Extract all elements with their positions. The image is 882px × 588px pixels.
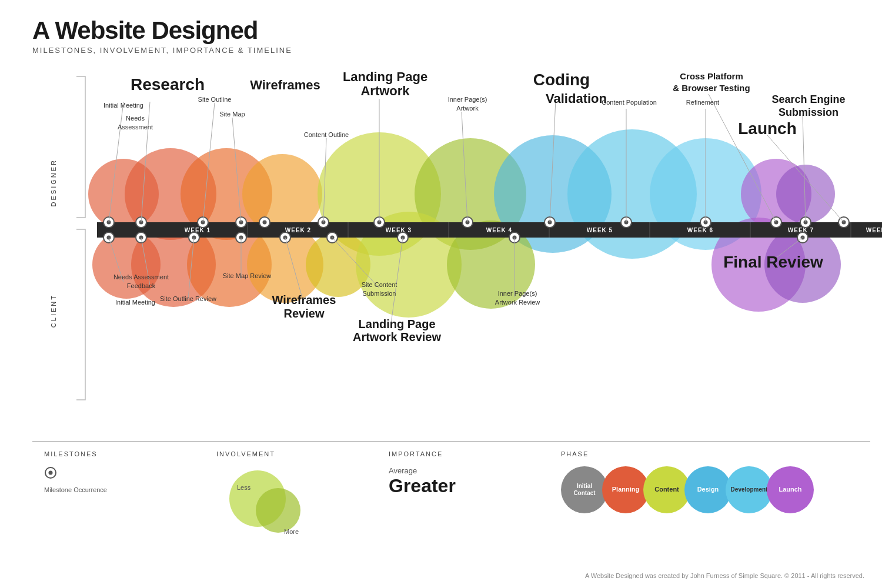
svg-text:Site Outline Review: Site Outline Review xyxy=(160,295,216,302)
legend-involvement: INVOLVEMENT Less More xyxy=(205,441,377,559)
svg-text:Validation: Validation xyxy=(546,91,607,106)
svg-text:Wireframes: Wireframes xyxy=(250,78,320,92)
phase-launch: Launch xyxy=(767,466,814,513)
milestone-occurrence-label: Milestone Occurrence xyxy=(44,486,193,493)
importance-greater: Greater xyxy=(389,475,537,497)
svg-text:Content Population: Content Population xyxy=(602,99,657,106)
legend-involvement-title: INVOLVEMENT xyxy=(216,450,365,457)
svg-text:More: More xyxy=(284,528,299,535)
svg-text:WEEK 8: WEEK 8 xyxy=(866,227,882,233)
legend-importance: IMPORTANCE Average Greater xyxy=(377,441,549,559)
legend-milestones-title: MILESTONES xyxy=(44,450,193,457)
svg-text:WEEK 2: WEEK 2 xyxy=(285,227,311,233)
svg-text:Feedback: Feedback xyxy=(127,282,156,289)
svg-text:Artwork Review: Artwork Review xyxy=(495,299,540,306)
legend-phase: PHASE Initial Contact Planning Content D… xyxy=(549,441,870,559)
legend-phase-title: PHASE xyxy=(561,450,858,457)
phase-planning: Planning xyxy=(602,466,649,513)
svg-text:WEEK 4: WEEK 4 xyxy=(486,227,512,233)
svg-text:Needs: Needs xyxy=(126,115,145,122)
svg-text:Wireframes: Wireframes xyxy=(272,293,336,306)
svg-point-142 xyxy=(256,488,300,533)
legend-milestones: MILESTONES Milestone Occurrence xyxy=(32,441,205,559)
phase-design: Design xyxy=(684,466,731,513)
svg-text:Artwork: Artwork xyxy=(360,83,410,98)
svg-text:WEEK 6: WEEK 6 xyxy=(687,227,713,233)
svg-text:Cross Platform: Cross Platform xyxy=(680,71,743,81)
svg-text:Launch: Launch xyxy=(738,119,797,138)
involvement-bubbles: Less More xyxy=(216,466,365,537)
svg-text:Inner Page(s): Inner Page(s) xyxy=(448,96,487,103)
svg-point-140 xyxy=(49,471,53,475)
svg-text:Initial Meeting: Initial Meeting xyxy=(115,299,155,306)
svg-text:WEEK 1: WEEK 1 xyxy=(185,227,211,233)
svg-text:Search Engine: Search Engine xyxy=(771,93,845,105)
svg-text:WEEK 3: WEEK 3 xyxy=(386,227,412,233)
svg-text:Artwork: Artwork xyxy=(456,105,479,112)
svg-text:Artwork Review: Artwork Review xyxy=(353,330,441,343)
main-title: A Website Designed xyxy=(32,16,292,45)
phase-development: Development xyxy=(726,466,773,513)
svg-point-45 xyxy=(263,220,267,225)
svg-text:Site Map: Site Map xyxy=(219,111,245,118)
phase-initial-contact: Initial Contact xyxy=(561,466,608,513)
importance-average: Average xyxy=(389,466,537,475)
svg-text:Refinement: Refinement xyxy=(686,99,719,106)
svg-text:Site Map Review: Site Map Review xyxy=(223,272,272,279)
legend-area: MILESTONES Milestone Occurrence INVOLVEM… xyxy=(32,441,870,559)
svg-point-3 xyxy=(242,154,322,234)
chart-area: DESIGNER CLIENT xyxy=(32,65,870,429)
legend-importance-title: IMPORTANCE xyxy=(389,450,537,457)
title-area: A Website Designed MILESTONES, INVOLVEME… xyxy=(32,16,292,55)
svg-text:Review: Review xyxy=(284,307,325,320)
svg-text:Site Content: Site Content xyxy=(362,281,397,288)
svg-text:Inner Page(s): Inner Page(s) xyxy=(498,290,537,297)
svg-text:Needs Assessment: Needs Assessment xyxy=(113,273,169,280)
subtitle: MILESTONES, INVOLVEMENT, IMPORTANCE & TI… xyxy=(32,46,292,55)
svg-text:Site Outline: Site Outline xyxy=(198,96,232,103)
svg-text:Content Outline: Content Outline xyxy=(304,131,349,138)
svg-text:Less: Less xyxy=(237,484,251,491)
svg-text:Landing Page: Landing Page xyxy=(343,69,427,84)
involvement-svg: Less More xyxy=(216,466,322,537)
svg-text:Assessment: Assessment xyxy=(118,123,153,131)
svg-text:& Browser Testing: & Browser Testing xyxy=(673,83,750,93)
svg-text:Research: Research xyxy=(131,75,205,93)
svg-text:Submission: Submission xyxy=(779,106,838,118)
svg-text:Submission: Submission xyxy=(363,290,396,297)
milestone-icon xyxy=(44,466,57,479)
svg-text:WEEK 5: WEEK 5 xyxy=(587,227,613,233)
svg-text:Landing Page: Landing Page xyxy=(358,318,435,330)
svg-text:Initial Meeting: Initial Meeting xyxy=(103,102,143,109)
svg-text:Coding: Coding xyxy=(533,71,590,89)
svg-text:Final Review: Final Review xyxy=(723,253,823,271)
chart-svg: WEEK 1 WEEK 2 WEEK 3 WEEK 4 WEEK 5 WEEK … xyxy=(32,65,870,429)
footer: A Website Designed was created by John F… xyxy=(585,572,864,579)
phase-bubbles: Initial Contact Planning Content Design … xyxy=(561,466,858,513)
phase-content: Content xyxy=(643,466,690,513)
